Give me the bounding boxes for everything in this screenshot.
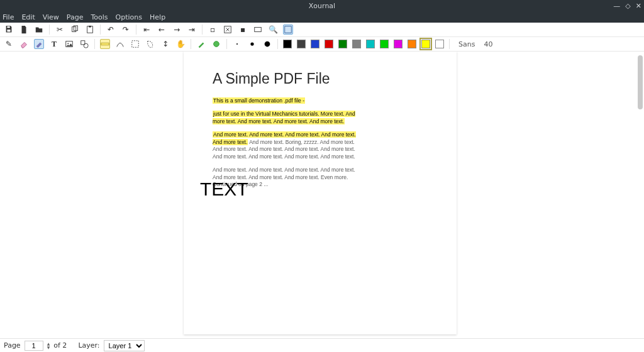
menu-tools[interactable]: Tools xyxy=(91,13,108,21)
text-tool-icon[interactable]: T xyxy=(49,39,59,49)
color-red[interactable] xyxy=(325,40,333,48)
menu-help[interactable]: Help xyxy=(150,13,165,21)
menu-options[interactable]: Options xyxy=(116,13,142,21)
toolbar-tools: ✎ T ↕ ✋ Sans 40 xyxy=(0,37,644,52)
pdf-page[interactable]: A Simple PDF File This is a small demons… xyxy=(184,52,457,334)
svg-rect-5 xyxy=(89,26,91,28)
zoom-out-icon[interactable]: ▫ xyxy=(208,25,218,35)
vertical-space-icon[interactable]: ↕ xyxy=(160,39,170,49)
color-yellow[interactable] xyxy=(421,40,430,48)
svg-rect-14 xyxy=(132,41,139,48)
font-size-label[interactable]: 40 xyxy=(484,40,492,48)
svg-point-16 xyxy=(236,43,238,45)
svg-rect-8 xyxy=(285,26,292,33)
default-tool-icon[interactable] xyxy=(211,39,221,49)
separator xyxy=(136,25,136,35)
ruler-icon[interactable] xyxy=(100,39,110,49)
separator xyxy=(449,39,450,49)
next-page-icon[interactable]: → xyxy=(172,25,182,35)
image-tool-icon[interactable] xyxy=(64,39,74,49)
zoom-width-icon[interactable] xyxy=(253,25,263,35)
window-title: Xournal xyxy=(309,2,335,10)
layer-select[interactable]: Layer 1 xyxy=(104,340,145,351)
select-region-icon[interactable] xyxy=(145,39,155,49)
separator xyxy=(277,39,278,49)
menu-page[interactable]: Page xyxy=(67,13,84,21)
color-white[interactable] xyxy=(435,40,444,48)
layer-label: Layer: xyxy=(78,341,99,349)
menu-file[interactable]: File xyxy=(3,13,14,21)
page-label: Page xyxy=(4,341,21,349)
hand-tool-icon[interactable]: ✋ xyxy=(175,39,186,49)
save-icon[interactable] xyxy=(4,25,14,35)
svg-point-18 xyxy=(265,41,270,47)
color-cyan[interactable] xyxy=(366,40,375,48)
svg-point-15 xyxy=(214,41,219,47)
separator xyxy=(100,25,101,35)
thickness-medium-icon[interactable] xyxy=(247,39,257,49)
text-annotation[interactable]: TEXT xyxy=(200,179,248,200)
doc-paragraph-1: This is a small demonstration .pdf file … xyxy=(213,97,364,104)
svg-point-12 xyxy=(84,43,88,48)
font-family-label[interactable]: Sans xyxy=(458,40,475,48)
last-page-icon[interactable]: ⇥ xyxy=(187,25,197,35)
pen-tool-icon[interactable]: ✎ xyxy=(4,39,14,49)
separator xyxy=(226,39,227,49)
menu-edit[interactable]: Edit xyxy=(21,13,35,21)
cut-icon[interactable]: ✂ xyxy=(55,25,65,35)
color-green[interactable] xyxy=(380,40,389,48)
color-darkgray[interactable] xyxy=(297,40,306,48)
color-gray[interactable] xyxy=(352,40,361,48)
menubar: File Edit View Page Tools Options Help xyxy=(0,11,644,23)
thickness-thick-icon[interactable] xyxy=(262,39,272,49)
color-orange[interactable] xyxy=(408,40,416,48)
page-number-input[interactable] xyxy=(25,341,43,351)
maximize-button[interactable]: ◇ xyxy=(625,2,630,10)
shapes-tool-icon[interactable] xyxy=(79,39,89,49)
svg-rect-13 xyxy=(101,43,109,45)
statusbar: Page ▲▼ of 2 Layer: Layer 1 xyxy=(0,338,644,352)
minimize-button[interactable]: — xyxy=(613,2,620,10)
svg-point-17 xyxy=(250,42,253,45)
page-spinner[interactable]: ▲▼ xyxy=(47,342,50,349)
zoom-fit-icon[interactable] xyxy=(223,25,233,35)
page-total-label: of 2 xyxy=(53,341,67,349)
redo-icon[interactable]: ↷ xyxy=(121,25,131,35)
undo-icon[interactable]: ↶ xyxy=(106,25,116,35)
fullscreen-icon[interactable] xyxy=(283,25,293,35)
svg-rect-1 xyxy=(7,30,10,32)
default-pen-icon[interactable] xyxy=(196,39,206,49)
canvas-area[interactable]: A Simple PDF File This is a small demons… xyxy=(0,52,644,338)
shape-recognizer-icon[interactable] xyxy=(115,39,125,49)
svg-rect-7 xyxy=(255,28,262,32)
paste-icon[interactable] xyxy=(85,25,95,35)
open-icon[interactable] xyxy=(34,25,44,35)
prev-page-icon[interactable]: ← xyxy=(157,25,167,35)
select-rect-icon[interactable] xyxy=(130,39,140,49)
doc-paragraph-2: just for use in the Virtual Mechanics tu… xyxy=(213,111,364,125)
svg-point-10 xyxy=(67,43,69,44)
highlighter-tool-icon[interactable] xyxy=(34,39,44,49)
zoom-lens-icon[interactable]: 🔍 xyxy=(268,25,278,35)
zoom-in-icon[interactable]: ▪ xyxy=(238,25,248,35)
titlebar: Xournal — ◇ ✕ xyxy=(0,0,644,11)
separator xyxy=(94,39,95,49)
svg-rect-0 xyxy=(7,26,9,28)
separator xyxy=(191,39,191,49)
doc-paragraph-3: And more text. And more text. And more t… xyxy=(213,131,364,160)
separator xyxy=(202,25,203,35)
copy-icon[interactable] xyxy=(70,25,80,35)
close-button[interactable]: ✕ xyxy=(636,2,641,10)
color-darkgreen[interactable] xyxy=(338,40,347,48)
doc-title: A Simple PDF File xyxy=(213,70,441,87)
color-magenta[interactable] xyxy=(394,40,402,48)
new-icon[interactable] xyxy=(19,25,29,35)
color-black[interactable] xyxy=(283,40,292,48)
separator xyxy=(49,25,50,35)
eraser-tool-icon[interactable] xyxy=(19,39,29,49)
first-page-icon[interactable]: ⇤ xyxy=(142,25,152,35)
thickness-fine-icon[interactable] xyxy=(232,39,242,49)
menu-view[interactable]: View xyxy=(43,13,59,21)
color-blue[interactable] xyxy=(311,40,319,48)
vertical-scrollbar[interactable] xyxy=(638,55,643,109)
